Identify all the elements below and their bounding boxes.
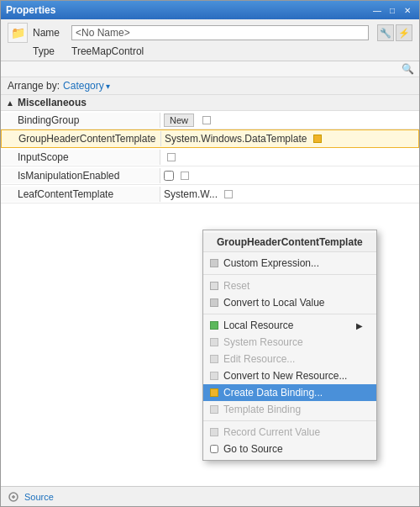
cm-separator-2 [203, 314, 376, 314]
collapse-arrow: ▲ [6, 98, 14, 108]
local-resource-arrow: ▶ [356, 321, 363, 330]
groupheader-indicator [312, 133, 323, 145]
type-row: Type TreeMapControl [33, 45, 412, 57]
create-data-binding-icon [210, 388, 218, 397]
leafcontent-value: System.W... [164, 188, 218, 200]
cm-label-record-current: Record Current Value [223, 426, 363, 438]
search-row: 🔍 [1, 61, 419, 77]
close-button[interactable]: ✕ [401, 4, 414, 16]
cm-label-reset: Reset [223, 280, 363, 292]
binding-group-indicator [201, 114, 213, 126]
arrange-label: Arrange by: [8, 80, 60, 92]
name-row: 📁 Name 🔧 ⚡ [8, 23, 412, 43]
prop-value-leafcontent: System.W... [160, 187, 419, 201]
arrange-row: Arrange by: Category ▾ [1, 77, 419, 95]
yellow-square-icon [313, 135, 322, 143]
type-label: Type [33, 45, 66, 57]
white-square-icon [202, 116, 211, 124]
props-content: ▲ Miscellaneous BindingGroup New GroupHe… [1, 95, 419, 486]
cm-item-reset: Reset [203, 277, 376, 294]
name-label: Name [33, 27, 66, 39]
source-link[interactable]: Source [24, 492, 54, 502]
cm-separator-1 [203, 274, 376, 275]
title-bar: Properties — □ ✕ [1, 1, 419, 19]
table-row: GroupHeaderContentTemplate System.Window… [1, 129, 419, 148]
convert-local-icon [210, 298, 218, 307]
control-icon-glyph: 📁 [11, 26, 25, 40]
prop-value-ismanipulation [160, 169, 419, 182]
cm-label-create-data-binding: Create Data Binding... [223, 387, 363, 399]
prop-name-bindingroup: BindingGroup [1, 113, 160, 128]
new-button[interactable]: New [164, 114, 194, 127]
table-row: IsManipulationEnabled [1, 166, 419, 185]
maximize-button[interactable]: □ [386, 4, 399, 16]
section-header[interactable]: ▲ Miscellaneous [1, 95, 419, 111]
prop-name-groupheader: GroupHeaderContentTemplate [2, 131, 161, 146]
cm-label-convert-local: Convert to Local Value [223, 297, 363, 309]
section-label: Miscellaneous [18, 97, 87, 108]
source-icon-svg [8, 492, 18, 502]
cm-item-record-current: Record Current Value [203, 424, 376, 441]
cm-item-custom-expression[interactable]: Custom Expression... [203, 255, 376, 272]
inputscope-indicator [165, 151, 177, 163]
table-row: LeafContentTemplate System.W... [1, 185, 419, 203]
source-icon [8, 491, 19, 503]
groupheader-value: System.Windows.DataTemplate [165, 133, 307, 145]
record-current-icon [210, 428, 218, 436]
toolbar-icons: 🔧 ⚡ [377, 24, 412, 41]
prop-name-ismanipulation: IsManipulationEnabled [1, 168, 160, 183]
name-input[interactable] [71, 25, 369, 40]
arrange-value[interactable]: Category [63, 80, 104, 92]
cm-label-system-resource: System Resource [223, 336, 363, 348]
leafcontent-indicator [223, 188, 234, 200]
context-menu[interactable]: GroupHeaderContentTemplate Custom Expres… [202, 230, 377, 461]
wrench-icon[interactable]: 🔧 [377, 24, 394, 41]
cm-item-local-resource[interactable]: Local Resource ▶ [203, 317, 376, 334]
reset-icon [210, 282, 218, 290]
cm-separator-3 [203, 420, 376, 421]
prop-name-inputscope: InputScope [1, 150, 160, 165]
cm-item-go-to-source[interactable]: Go to Source [203, 441, 376, 457]
manipulation-indicator [179, 170, 191, 182]
white-square-icon [167, 153, 176, 161]
cm-item-convert-local[interactable]: Convert to Local Value [203, 294, 376, 311]
table-row: BindingGroup New [1, 111, 419, 129]
custom-expression-icon [210, 259, 218, 267]
prop-value-bindinggroup: New [160, 113, 419, 128]
properties-header: 📁 Name 🔧 ⚡ Type TreeMapControl [1, 19, 419, 61]
type-value: TreeMapControl [71, 45, 144, 57]
cm-label-template-binding: Template Binding [223, 404, 363, 415]
cm-item-system-resource: System Resource [203, 334, 376, 351]
cm-label-convert-new-resource: Convert to New Resource... [223, 370, 363, 382]
prop-value-groupheader: System.Windows.DataTemplate [161, 132, 418, 145]
search-icon: 🔍 [402, 63, 414, 75]
cm-label-edit-resource: Edit Resource... [223, 353, 363, 365]
manipulation-checkbox[interactable] [164, 171, 174, 181]
window-title: Properties [6, 4, 55, 16]
lightning-icon[interactable]: ⚡ [396, 24, 412, 41]
local-resource-icon [210, 321, 218, 330]
bottom-bar: Source [1, 486, 419, 506]
template-binding-icon [210, 405, 218, 414]
white-square-icon [181, 172, 189, 180]
go-to-source-checkbox[interactable] [210, 445, 218, 453]
cm-item-create-data-binding[interactable]: Create Data Binding... [203, 384, 376, 401]
system-resource-icon [210, 338, 218, 346]
properties-window: Properties — □ ✕ 📁 Name 🔧 ⚡ Type TreeMap… [0, 0, 420, 507]
cm-label-go-to-source: Go to Source [223, 443, 363, 455]
control-icon: 📁 [8, 23, 28, 43]
arrange-arrow: ▾ [106, 82, 110, 91]
white-square-icon [224, 190, 233, 198]
cm-item-edit-resource: Edit Resource... [203, 351, 376, 367]
cm-item-convert-new-resource[interactable]: Convert to New Resource... [203, 367, 376, 384]
prop-value-inputscope [160, 151, 419, 164]
cm-item-template-binding: Template Binding [203, 401, 376, 418]
cm-label-custom-expression: Custom Expression... [223, 257, 363, 269]
cm-label-local-resource: Local Resource [223, 320, 351, 331]
convert-new-resource-icon [210, 372, 218, 380]
context-menu-title: GroupHeaderContentTemplate [203, 233, 376, 252]
edit-resource-icon [210, 355, 218, 363]
minimize-button[interactable]: — [370, 4, 384, 16]
prop-name-leafcontent: LeafContentTemplate [1, 187, 160, 202]
title-bar-controls: — □ ✕ [370, 4, 414, 16]
